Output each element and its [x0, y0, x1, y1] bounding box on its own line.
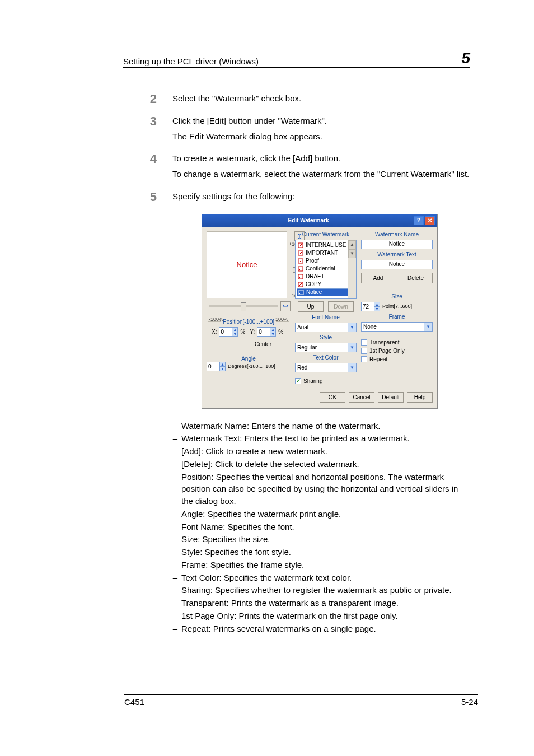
list-item-label: DRAFT [306, 273, 324, 279]
step: 5Specify settings for the following: [123, 190, 470, 206]
list-item[interactable]: Notice [297, 288, 355, 296]
option-item: –Style: Specifies the font style. [169, 546, 470, 558]
x-spinner[interactable]: ▲▼ [219, 327, 238, 337]
option-item: –Font Name: Specifies the font. [169, 521, 470, 533]
option-item: –Watermark Name: Enters the name of the … [169, 420, 470, 432]
frame-select[interactable]: None▼ [361, 322, 433, 332]
ok-button[interactable]: OK [320, 392, 345, 403]
option-text: Watermark Text: Enters the text to be pr… [181, 432, 470, 445]
chevron-down-icon[interactable]: ▼ [424, 323, 432, 331]
list-item-label: IMPORTANT [306, 250, 338, 256]
step-number: 3 [123, 115, 172, 146]
font-name-select[interactable]: Arial▼ [295, 323, 357, 332]
chevron-down-icon[interactable]: ▼ [348, 323, 356, 332]
dialog-title: Edit Watermark [204, 217, 413, 223]
option-item: –Position: Specifies the vertical and ho… [169, 471, 470, 507]
option-item: –Watermark Text: Enters the text to be p… [169, 432, 470, 445]
watermark-text-input[interactable]: Notice [361, 260, 433, 269]
first-page-only-checkbox[interactable]: 1st Page Only [361, 348, 433, 354]
footer-page: 5-24 [461, 697, 478, 707]
current-watermark-label: Current Watermark [295, 231, 357, 237]
option-item: –Transparent: Prints the watermark as a … [169, 597, 470, 609]
frame-label: Frame [361, 314, 433, 320]
repeat-checkbox[interactable]: Repeat [361, 356, 433, 362]
checkbox-checked-icon: ✔ [295, 378, 301, 384]
list-item[interactable]: DRAFT [297, 273, 355, 281]
center-button[interactable]: Center [241, 339, 285, 349]
step-number: 2 [123, 92, 172, 108]
add-button[interactable]: Add [361, 273, 395, 283]
list-item[interactable]: Proof [297, 257, 355, 265]
step-number: 5 [123, 190, 172, 206]
watermark-item-icon [298, 242, 303, 248]
help-icon[interactable]: ? [414, 216, 424, 225]
transparent-checkbox[interactable]: Transparent [361, 339, 433, 346]
watermark-name-input[interactable]: Notice [361, 240, 433, 249]
option-item: –Sharing: Specifies whether to register … [169, 584, 470, 596]
dialog-titlebar[interactable]: Edit Watermark ? ✕ [202, 214, 437, 227]
options-list: –Watermark Name: Enters the name of the … [169, 420, 470, 635]
option-text: Size: Specifies the size. [181, 533, 470, 545]
svg-line-7 [299, 267, 302, 270]
scroll-down-icon[interactable]: ▼ [348, 249, 356, 258]
delete-button[interactable]: Delete [399, 273, 433, 283]
step: 3Click the [Edit] button under "Watermar… [123, 115, 470, 146]
svg-line-3 [299, 251, 302, 255]
option-text: Style: Specifies the font style. [181, 546, 470, 558]
down-button: Down [328, 301, 354, 312]
option-text: Text Color: Specifies the watermark text… [181, 572, 470, 584]
option-text: Watermark Name: Enters the name of the w… [181, 420, 470, 432]
list-item[interactable]: Confidential [297, 265, 355, 273]
sharing-checkbox[interactable]: ✔ Sharing [295, 378, 357, 384]
text-color-select[interactable]: Red▼ [295, 363, 357, 372]
font-name-label: Font Name [295, 314, 357, 320]
watermark-name-label: Watermark Name [361, 231, 433, 237]
watermark-item-icon [298, 282, 303, 287]
list-item[interactable]: INTERNAL USE [297, 241, 355, 249]
y-spinner[interactable]: ▲▼ [257, 327, 276, 337]
option-text: Repeat: Prints several watermarks on a s… [181, 623, 470, 635]
option-item: –Size: Specifies the size. [169, 533, 470, 545]
option-text: Font Name: Specifies the font. [181, 521, 470, 533]
running-head: Setting up the PCL driver (Windows) 5 [123, 50, 470, 68]
y-label: Y: [250, 329, 255, 335]
horizontal-slider[interactable] [209, 305, 278, 307]
list-item-label: Confidential [306, 265, 335, 272]
scroll-up-icon[interactable]: ▲ [348, 240, 356, 249]
list-item[interactable]: COPY [297, 281, 355, 288]
up-button[interactable]: Up [298, 301, 324, 312]
watermark-text-label: Watermark Text [361, 251, 433, 258]
chapter-number: 5 [461, 50, 470, 66]
option-text: Frame: Specifies the frame style. [181, 559, 470, 571]
option-item: –Frame: Specifies the frame style. [169, 559, 470, 571]
chevron-down-icon[interactable]: ▼ [348, 343, 356, 352]
option-text: Sharing: Specifies whether to register t… [181, 584, 470, 596]
watermark-item-icon [298, 274, 303, 279]
close-icon[interactable]: ✕ [425, 216, 435, 225]
watermark-item-icon [298, 250, 303, 256]
size-range: Point[7...600] [382, 304, 412, 309]
text-color-label: Text Color [295, 354, 357, 361]
option-text: [Delete]: Click to delete the selected w… [181, 458, 470, 470]
step: 2Select the "Watermark" check box. [123, 92, 470, 108]
option-item: –[Delete]: Click to delete the selected … [169, 458, 470, 470]
header-title: Setting up the PCL driver (Windows) [123, 57, 259, 66]
size-label: Size [361, 293, 433, 300]
preview-area: Notice [207, 231, 287, 298]
style-select[interactable]: Regular▼ [295, 343, 357, 352]
scrollbar[interactable]: ▲ ▼ [348, 240, 356, 298]
horizontal-reset-icon[interactable] [280, 301, 291, 311]
position-group: Position[-100...+100] X: ▲▼ % Y: ▲▼ % Ce… [208, 319, 289, 353]
watermark-item-icon [298, 258, 303, 264]
default-button[interactable]: Default [378, 392, 404, 403]
list-item[interactable]: IMPORTANT [297, 249, 355, 257]
chevron-down-icon[interactable]: ▼ [348, 363, 356, 372]
x-label: X: [212, 329, 217, 335]
watermark-list[interactable]: INTERNAL USEIMPORTANTProofConfidentialDR… [295, 240, 357, 299]
size-spinner[interactable]: ▲▼ [361, 302, 380, 311]
cancel-button[interactable]: Cancel [349, 392, 374, 403]
angle-spinner[interactable]: ▲▼ [207, 362, 226, 371]
angle-label: Angle [207, 356, 291, 362]
help-button[interactable]: Help [407, 392, 433, 403]
watermark-item-icon [298, 290, 304, 295]
